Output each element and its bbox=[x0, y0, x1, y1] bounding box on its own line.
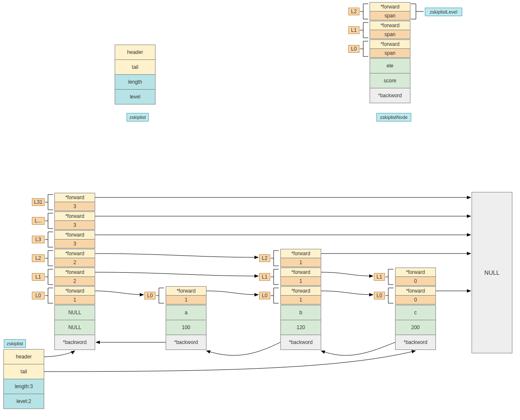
legend-node-tag-L2: L2 bbox=[348, 8, 359, 15]
legend-node-L0-forward: *forward bbox=[370, 39, 410, 49]
node2-score: 120 bbox=[280, 320, 321, 335]
node3-tag-L1: L1 bbox=[374, 273, 385, 281]
node3-L0-fwd: *forward bbox=[395, 286, 436, 296]
node2-tag-L1: L1 bbox=[259, 273, 270, 281]
node1-L0-span: 1 bbox=[166, 295, 206, 304]
legend-node-back: *backword bbox=[370, 88, 410, 103]
legend-node-L0-span: span bbox=[370, 48, 410, 58]
legend-node-L2-span: span bbox=[370, 11, 410, 20]
node1-ele: a bbox=[166, 305, 206, 320]
node3-score: 200 bbox=[395, 320, 436, 335]
instance-level: level:2 bbox=[3, 394, 44, 409]
node0-Ld-span: 3 bbox=[54, 220, 95, 230]
instance-zskiplist-label: zskiplist bbox=[4, 339, 26, 348]
node0-L1-fwd: *forward bbox=[54, 268, 95, 277]
node0-L2-fwd: *forward bbox=[54, 249, 95, 258]
node3-L1-span: 0 bbox=[395, 276, 436, 286]
node3-back: *backword bbox=[395, 335, 436, 350]
diagram-canvas: { "legend": { "zskiplist": { "fields": [… bbox=[0, 0, 520, 420]
node0-Ld-fwd: *forward bbox=[54, 211, 95, 221]
node0-L0-span: 1 bbox=[54, 295, 95, 304]
node2-L0-span: 1 bbox=[280, 295, 321, 304]
node2-L0-fwd: *forward bbox=[280, 286, 321, 296]
instance-tail: tail bbox=[3, 364, 44, 379]
legend-node-L1-forward: *forward bbox=[370, 21, 410, 30]
node2-L1-span: 1 bbox=[280, 276, 321, 286]
node2-ele: b bbox=[280, 305, 321, 320]
legend-zskiplist-header: header bbox=[115, 45, 155, 60]
node1-tag-L0: L0 bbox=[144, 292, 155, 299]
legend-node-ele: ele bbox=[370, 58, 410, 73]
legend-node-tag-L1: L1 bbox=[348, 26, 359, 34]
node2-L2-fwd: *forward bbox=[280, 249, 321, 258]
node0-L3-span: 3 bbox=[54, 239, 95, 248]
node0-L2-span: 2 bbox=[54, 258, 95, 267]
instance-header: header bbox=[3, 349, 44, 364]
legend-node-L1-span: span bbox=[370, 30, 410, 39]
node2-L2-span: 1 bbox=[280, 258, 321, 267]
node1-L0-fwd: *forward bbox=[166, 286, 206, 296]
node3-L1-fwd: *forward bbox=[395, 268, 436, 277]
node2-L1-fwd: *forward bbox=[280, 268, 321, 277]
node0-tag-L0: L0 bbox=[32, 292, 45, 299]
null-box: NULL bbox=[472, 192, 512, 353]
node3-ele: c bbox=[395, 305, 436, 320]
node1-score: 100 bbox=[166, 320, 206, 335]
node0-tag-Ldots: L... bbox=[32, 217, 45, 225]
node3-L0-span: 0 bbox=[395, 295, 436, 304]
instance-length: length:3 bbox=[3, 379, 44, 394]
node2-back: *backword bbox=[280, 335, 321, 350]
node0-L0-fwd: *forward bbox=[54, 286, 95, 296]
node0-L31-fwd: *forward bbox=[54, 193, 95, 202]
legend-node-L2-forward: *forward bbox=[370, 2, 410, 11]
legend-zskiplist-level: level bbox=[115, 89, 155, 104]
node0-tag-L3: L3 bbox=[32, 236, 45, 243]
node2-tag-L0: L0 bbox=[259, 292, 270, 299]
node0-score: NULL bbox=[54, 320, 95, 335]
legend-node-label: zskiplistNode bbox=[376, 113, 411, 121]
node0-back: *backword bbox=[54, 335, 95, 350]
node3-tag-L0: L0 bbox=[374, 292, 385, 299]
legend-node-score: score bbox=[370, 73, 410, 88]
node2-tag-L2: L2 bbox=[259, 254, 270, 262]
legend-level-label: zskiplistLevel bbox=[425, 8, 462, 16]
legend-node-tag-L0: L0 bbox=[348, 45, 359, 53]
node0-tag-L31: L31 bbox=[32, 198, 45, 206]
node0-ele: NULL bbox=[54, 305, 95, 320]
legend-zskiplist-label: zskiplist bbox=[127, 113, 149, 121]
node1-back: *backword bbox=[166, 335, 206, 350]
legend-zskiplist-tail: tail bbox=[115, 59, 155, 75]
node0-tag-L2: L2 bbox=[32, 254, 45, 262]
node0-L3-fwd: *forward bbox=[54, 230, 95, 240]
node0-L31-span: 3 bbox=[54, 202, 95, 211]
legend-zskiplist-length: length bbox=[115, 74, 155, 90]
node0-L1-span: 2 bbox=[54, 276, 95, 286]
node0-tag-L1: L1 bbox=[32, 273, 45, 281]
